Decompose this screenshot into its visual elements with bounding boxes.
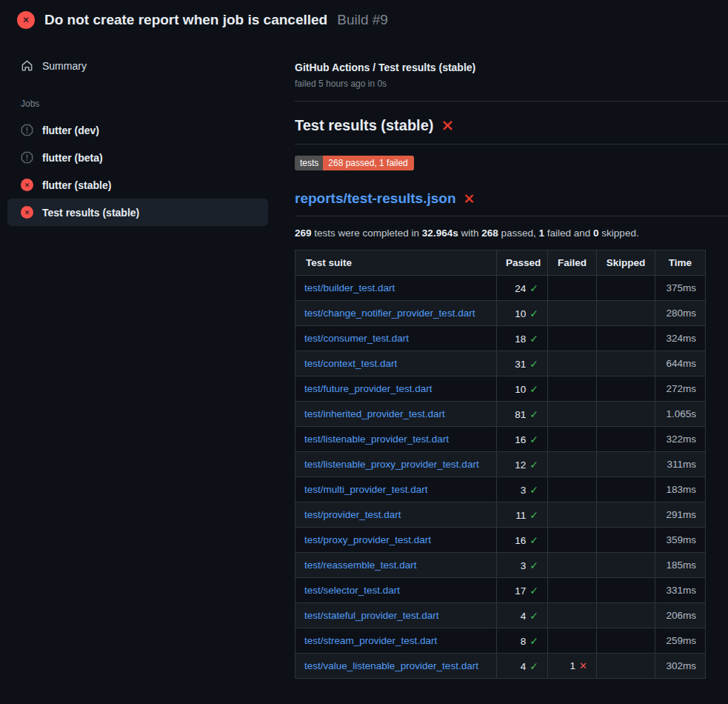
column-header-time: Time (655, 250, 706, 276)
failed-cell (548, 276, 597, 301)
results-table: Test suite Passed Failed Skipped Time te… (295, 250, 706, 679)
badge-label: tests (295, 156, 323, 170)
test-suite-link[interactable]: test/reassemble_test.dart (304, 559, 417, 571)
sidebar-item-test-results-stable[interactable]: ✕ Test results (stable) (7, 199, 268, 226)
table-row: test/stateful_provider_test.dart 4✓ 206m… (295, 603, 706, 628)
table-row: test/listenable_provider_test.dart 16✓ 3… (295, 427, 706, 452)
check-icon: ✓ (530, 635, 538, 647)
check-icon: ✓ (530, 509, 538, 521)
time-cell: 331ms (655, 578, 706, 603)
passed-cell: 16✓ (497, 528, 548, 553)
cancelled-status-icon (21, 151, 33, 164)
time-cell: 311ms (655, 452, 706, 477)
sidebar-item-label: Test results (stable) (42, 207, 139, 219)
sidebar-item-flutter-beta[interactable]: flutter (beta) (7, 144, 268, 171)
test-suite-link[interactable]: test/value_listenable_provider_test.dart (304, 660, 478, 671)
passed-cell: 18✓ (497, 326, 548, 351)
skipped-cell (597, 326, 655, 351)
failed-cell (548, 628, 597, 654)
failed-cell (548, 578, 597, 603)
skipped-cell (597, 528, 655, 553)
skipped-cell (597, 301, 655, 326)
failed-x-icon: ✕ (464, 192, 475, 206)
badge-value: 268 passed, 1 failed (323, 156, 413, 170)
cancelled-status-icon (21, 124, 33, 136)
time-cell: 359ms (655, 528, 706, 553)
summary-failed: 1 (539, 228, 545, 239)
skipped-cell (597, 502, 655, 528)
test-suite-link[interactable]: test/consumer_test.dart (304, 333, 409, 344)
time-cell: 185ms (655, 553, 706, 578)
passed-cell: 31✓ (497, 351, 548, 376)
column-header-passed: Passed (497, 250, 548, 276)
table-row: test/future_provider_test.dart 10✓ 272ms (295, 376, 706, 402)
column-header-skipped: Skipped (597, 250, 655, 276)
time-cell: 272ms (655, 376, 706, 402)
time-cell: 375ms (655, 276, 706, 301)
sidebar-item-flutter-dev[interactable]: flutter (dev) (7, 116, 268, 144)
test-suite-link[interactable]: test/provider_test.dart (304, 509, 401, 520)
skipped-cell (597, 452, 655, 477)
test-suite-link[interactable]: test/stateful_provider_test.dart (304, 610, 439, 621)
skipped-cell (597, 376, 655, 402)
test-suite-link[interactable]: test/inherited_provider_test.dart (304, 408, 445, 419)
check-icon: ✓ (530, 308, 538, 319)
skipped-cell (597, 276, 655, 301)
failed-cell (548, 427, 597, 452)
table-row: test/consumer_test.dart 18✓ 324ms (295, 326, 706, 351)
test-suite-link[interactable]: test/future_provider_test.dart (304, 383, 433, 394)
table-row: test/change_notifier_provider_test.dart … (295, 301, 706, 326)
jobs-section-label: Jobs (21, 99, 275, 109)
results-table-body: test/builder_test.dart 24✓ 375ms test/ch… (295, 276, 706, 679)
skipped-cell (597, 427, 655, 452)
skipped-cell (597, 603, 655, 628)
test-suite-link[interactable]: test/stream_provider_test.dart (304, 635, 437, 646)
passed-cell: 10✓ (497, 376, 548, 402)
failed-cell (548, 553, 597, 578)
failed-status-icon: ✕ (17, 11, 35, 29)
test-suite-link[interactable]: test/change_notifier_provider_test.dart (304, 308, 475, 319)
breadcrumb: GitHub Actions / Test results (stable) (295, 62, 728, 73)
section-heading: Test results (stable) ✕ (295, 117, 728, 134)
sidebar-item-flutter-stable[interactable]: ✕ flutter (stable) (7, 171, 268, 199)
check-icon: ✓ (530, 610, 538, 622)
passed-cell: 4✓ (497, 603, 548, 628)
test-suite-link[interactable]: test/listenable_proxy_provider_test.dart (304, 459, 479, 470)
failed-cell (548, 301, 597, 326)
test-suite-link[interactable]: test/multi_provider_test.dart (304, 484, 428, 495)
check-icon: ✓ (530, 358, 538, 370)
table-row: test/listenable_proxy_provider_test.dart… (295, 452, 706, 477)
failed-cell (548, 376, 597, 402)
table-row: test/reassemble_test.dart 3✓ 185ms (295, 553, 706, 578)
table-header-row: Test suite Passed Failed Skipped Time (295, 250, 706, 276)
passed-cell: 3✓ (497, 553, 548, 578)
skipped-cell (597, 654, 655, 679)
skipped-cell (597, 628, 655, 654)
time-cell: 183ms (655, 477, 706, 502)
page-title: Do not create report when job is cancell… (44, 12, 327, 28)
test-suite-link[interactable]: test/builder_test.dart (304, 282, 395, 293)
check-icon: ✓ (530, 459, 538, 471)
passed-cell: 4✓ (497, 654, 548, 679)
check-icon: ✓ (530, 585, 538, 597)
time-cell: 291ms (655, 502, 706, 528)
failed-cell (548, 502, 597, 528)
divider (295, 101, 728, 102)
test-suite-link[interactable]: test/selector_test.dart (304, 585, 400, 596)
tests-badge: tests 268 passed, 1 failed (295, 156, 414, 170)
failed-cell (548, 528, 597, 553)
check-icon: ✓ (530, 534, 538, 546)
test-suite-link[interactable]: test/context_test.dart (304, 358, 397, 369)
sidebar-item-summary[interactable]: Summary (7, 52, 268, 79)
report-file-link[interactable]: reports/test-results.json (295, 190, 456, 207)
summary-total: 269 (295, 228, 312, 239)
sidebar-item-label: flutter (beta) (42, 152, 103, 164)
time-cell: 644ms (655, 351, 706, 376)
test-suite-link[interactable]: test/proxy_provider_test.dart (304, 534, 431, 545)
table-row: test/inherited_provider_test.dart 81✓ 1.… (295, 402, 706, 427)
test-suite-link[interactable]: test/listenable_provider_test.dart (304, 434, 449, 445)
column-header-test-suite: Test suite (295, 250, 497, 276)
passed-cell: 10✓ (497, 301, 548, 326)
check-icon: ✓ (530, 660, 538, 672)
layout: Summary Jobs flutter (dev) flut (0, 39, 728, 679)
